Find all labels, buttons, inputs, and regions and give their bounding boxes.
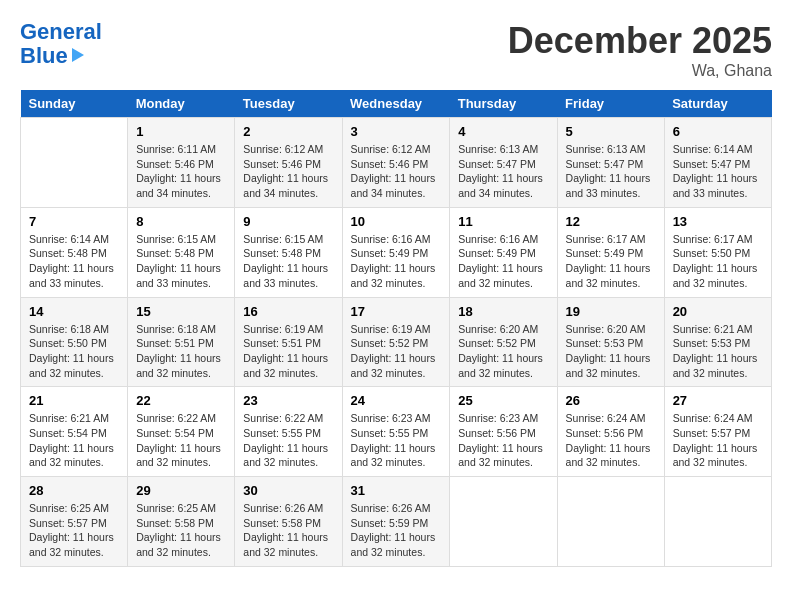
day-number: 20 <box>673 304 763 319</box>
day-cell: 12Sunrise: 6:17 AM Sunset: 5:49 PM Dayli… <box>557 207 664 297</box>
week-row-1: 1Sunrise: 6:11 AM Sunset: 5:46 PM Daylig… <box>21 118 772 208</box>
header-row: SundayMondayTuesdayWednesdayThursdayFrid… <box>21 90 772 118</box>
day-info: Sunrise: 6:21 AM Sunset: 5:54 PM Dayligh… <box>29 411 119 470</box>
day-info: Sunrise: 6:16 AM Sunset: 5:49 PM Dayligh… <box>351 232 442 291</box>
day-cell: 11Sunrise: 6:16 AM Sunset: 5:49 PM Dayli… <box>450 207 557 297</box>
day-cell: 3Sunrise: 6:12 AM Sunset: 5:46 PM Daylig… <box>342 118 450 208</box>
day-info: Sunrise: 6:16 AM Sunset: 5:49 PM Dayligh… <box>458 232 548 291</box>
day-number: 7 <box>29 214 119 229</box>
day-number: 6 <box>673 124 763 139</box>
day-cell: 26Sunrise: 6:24 AM Sunset: 5:56 PM Dayli… <box>557 387 664 477</box>
day-info: Sunrise: 6:25 AM Sunset: 5:58 PM Dayligh… <box>136 501 226 560</box>
day-cell: 30Sunrise: 6:26 AM Sunset: 5:58 PM Dayli… <box>235 477 342 567</box>
day-number: 4 <box>458 124 548 139</box>
day-cell: 2Sunrise: 6:12 AM Sunset: 5:46 PM Daylig… <box>235 118 342 208</box>
day-cell: 17Sunrise: 6:19 AM Sunset: 5:52 PM Dayli… <box>342 297 450 387</box>
location: Wa, Ghana <box>508 62 772 80</box>
day-cell: 4Sunrise: 6:13 AM Sunset: 5:47 PM Daylig… <box>450 118 557 208</box>
day-number: 14 <box>29 304 119 319</box>
day-info: Sunrise: 6:25 AM Sunset: 5:57 PM Dayligh… <box>29 501 119 560</box>
logo-blue: Blue <box>20 44 68 68</box>
day-cell: 10Sunrise: 6:16 AM Sunset: 5:49 PM Dayli… <box>342 207 450 297</box>
logo-general: General <box>20 19 102 44</box>
day-cell: 5Sunrise: 6:13 AM Sunset: 5:47 PM Daylig… <box>557 118 664 208</box>
day-cell: 8Sunrise: 6:15 AM Sunset: 5:48 PM Daylig… <box>128 207 235 297</box>
day-cell <box>664 477 771 567</box>
day-cell: 13Sunrise: 6:17 AM Sunset: 5:50 PM Dayli… <box>664 207 771 297</box>
day-number: 24 <box>351 393 442 408</box>
day-info: Sunrise: 6:26 AM Sunset: 5:58 PM Dayligh… <box>243 501 333 560</box>
day-cell: 31Sunrise: 6:26 AM Sunset: 5:59 PM Dayli… <box>342 477 450 567</box>
day-cell: 22Sunrise: 6:22 AM Sunset: 5:54 PM Dayli… <box>128 387 235 477</box>
day-number: 27 <box>673 393 763 408</box>
day-info: Sunrise: 6:14 AM Sunset: 5:48 PM Dayligh… <box>29 232 119 291</box>
day-cell: 7Sunrise: 6:14 AM Sunset: 5:48 PM Daylig… <box>21 207 128 297</box>
day-cell: 9Sunrise: 6:15 AM Sunset: 5:48 PM Daylig… <box>235 207 342 297</box>
week-row-5: 28Sunrise: 6:25 AM Sunset: 5:57 PM Dayli… <box>21 477 772 567</box>
day-cell <box>21 118 128 208</box>
day-info: Sunrise: 6:15 AM Sunset: 5:48 PM Dayligh… <box>136 232 226 291</box>
day-number: 25 <box>458 393 548 408</box>
day-info: Sunrise: 6:24 AM Sunset: 5:57 PM Dayligh… <box>673 411 763 470</box>
header-day-thursday: Thursday <box>450 90 557 118</box>
day-number: 10 <box>351 214 442 229</box>
day-info: Sunrise: 6:15 AM Sunset: 5:48 PM Dayligh… <box>243 232 333 291</box>
day-info: Sunrise: 6:11 AM Sunset: 5:46 PM Dayligh… <box>136 142 226 201</box>
day-info: Sunrise: 6:20 AM Sunset: 5:53 PM Dayligh… <box>566 322 656 381</box>
page-header: General Blue December 2025 Wa, Ghana <box>20 20 772 80</box>
day-cell: 1Sunrise: 6:11 AM Sunset: 5:46 PM Daylig… <box>128 118 235 208</box>
title-block: December 2025 Wa, Ghana <box>508 20 772 80</box>
day-info: Sunrise: 6:26 AM Sunset: 5:59 PM Dayligh… <box>351 501 442 560</box>
day-number: 5 <box>566 124 656 139</box>
day-number: 19 <box>566 304 656 319</box>
day-number: 15 <box>136 304 226 319</box>
day-cell: 18Sunrise: 6:20 AM Sunset: 5:52 PM Dayli… <box>450 297 557 387</box>
day-number: 22 <box>136 393 226 408</box>
logo-arrow-icon <box>72 48 84 62</box>
day-number: 9 <box>243 214 333 229</box>
header-day-tuesday: Tuesday <box>235 90 342 118</box>
day-info: Sunrise: 6:24 AM Sunset: 5:56 PM Dayligh… <box>566 411 656 470</box>
day-number: 13 <box>673 214 763 229</box>
day-number: 8 <box>136 214 226 229</box>
day-cell: 6Sunrise: 6:14 AM Sunset: 5:47 PM Daylig… <box>664 118 771 208</box>
day-cell <box>557 477 664 567</box>
day-number: 26 <box>566 393 656 408</box>
day-info: Sunrise: 6:22 AM Sunset: 5:54 PM Dayligh… <box>136 411 226 470</box>
day-info: Sunrise: 6:22 AM Sunset: 5:55 PM Dayligh… <box>243 411 333 470</box>
day-info: Sunrise: 6:18 AM Sunset: 5:50 PM Dayligh… <box>29 322 119 381</box>
month-title: December 2025 <box>508 20 772 62</box>
header-day-wednesday: Wednesday <box>342 90 450 118</box>
day-info: Sunrise: 6:14 AM Sunset: 5:47 PM Dayligh… <box>673 142 763 201</box>
day-cell: 28Sunrise: 6:25 AM Sunset: 5:57 PM Dayli… <box>21 477 128 567</box>
day-number: 29 <box>136 483 226 498</box>
week-row-3: 14Sunrise: 6:18 AM Sunset: 5:50 PM Dayli… <box>21 297 772 387</box>
day-info: Sunrise: 6:18 AM Sunset: 5:51 PM Dayligh… <box>136 322 226 381</box>
day-cell: 16Sunrise: 6:19 AM Sunset: 5:51 PM Dayli… <box>235 297 342 387</box>
week-row-2: 7Sunrise: 6:14 AM Sunset: 5:48 PM Daylig… <box>21 207 772 297</box>
day-number: 28 <box>29 483 119 498</box>
day-info: Sunrise: 6:20 AM Sunset: 5:52 PM Dayligh… <box>458 322 548 381</box>
day-info: Sunrise: 6:13 AM Sunset: 5:47 PM Dayligh… <box>458 142 548 201</box>
day-cell: 24Sunrise: 6:23 AM Sunset: 5:55 PM Dayli… <box>342 387 450 477</box>
header-day-sunday: Sunday <box>21 90 128 118</box>
day-info: Sunrise: 6:17 AM Sunset: 5:50 PM Dayligh… <box>673 232 763 291</box>
day-cell: 21Sunrise: 6:21 AM Sunset: 5:54 PM Dayli… <box>21 387 128 477</box>
day-info: Sunrise: 6:21 AM Sunset: 5:53 PM Dayligh… <box>673 322 763 381</box>
day-info: Sunrise: 6:12 AM Sunset: 5:46 PM Dayligh… <box>351 142 442 201</box>
header-day-saturday: Saturday <box>664 90 771 118</box>
day-info: Sunrise: 6:13 AM Sunset: 5:47 PM Dayligh… <box>566 142 656 201</box>
day-cell: 20Sunrise: 6:21 AM Sunset: 5:53 PM Dayli… <box>664 297 771 387</box>
day-number: 11 <box>458 214 548 229</box>
day-number: 31 <box>351 483 442 498</box>
day-info: Sunrise: 6:17 AM Sunset: 5:49 PM Dayligh… <box>566 232 656 291</box>
day-cell <box>450 477 557 567</box>
day-number: 12 <box>566 214 656 229</box>
day-info: Sunrise: 6:12 AM Sunset: 5:46 PM Dayligh… <box>243 142 333 201</box>
week-row-4: 21Sunrise: 6:21 AM Sunset: 5:54 PM Dayli… <box>21 387 772 477</box>
logo: General Blue <box>20 20 102 68</box>
day-number: 18 <box>458 304 548 319</box>
day-number: 23 <box>243 393 333 408</box>
day-number: 21 <box>29 393 119 408</box>
day-info: Sunrise: 6:23 AM Sunset: 5:56 PM Dayligh… <box>458 411 548 470</box>
